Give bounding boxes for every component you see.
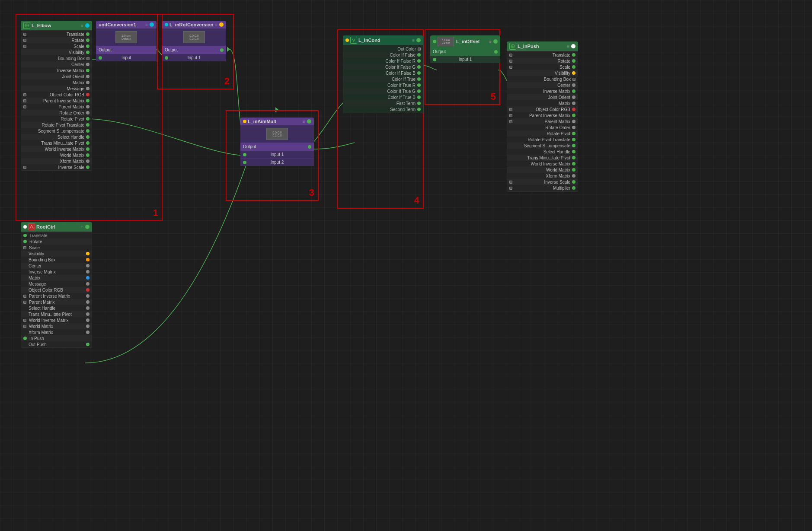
- port-jo[interactable]: [86, 75, 90, 78]
- aim-in-port[interactable]: [243, 120, 246, 123]
- root-port-vis[interactable]: [86, 252, 90, 255]
- port-cif[interactable]: [417, 53, 421, 57]
- push-port-xm[interactable]: [572, 174, 575, 178]
- port-msg[interactable]: [86, 87, 90, 90]
- rot-output-dot[interactable]: [220, 48, 224, 52]
- root-port-pi-out[interactable]: [86, 294, 90, 298]
- port-citg[interactable]: [417, 89, 421, 93]
- push-port-mult-out[interactable]: [572, 186, 575, 190]
- cond-out-port[interactable]: [416, 38, 421, 42]
- port-xm[interactable]: [86, 159, 90, 163]
- unit-out-port[interactable]: [150, 22, 154, 27]
- push-port-wm[interactable]: [572, 168, 575, 172]
- port-cit[interactable]: [417, 77, 421, 81]
- port-pm-out[interactable]: [86, 105, 90, 108]
- node-l-in-rot[interactable]: L_inRotConversion ≡ 0.0 0.00.2 0.0 Outpu…: [162, 21, 226, 61]
- port-rp[interactable]: [86, 117, 90, 121]
- menu-icon-push[interactable]: ≡: [567, 44, 569, 49]
- port-tm[interactable]: [86, 141, 90, 145]
- root-port-oc[interactable]: [86, 288, 90, 292]
- node-l-in-cond[interactable]: L_inCond ≡ Out Color Color If False Colo…: [343, 35, 423, 113]
- port-wim[interactable]: [86, 147, 90, 151]
- push-port-mult-in[interactable]: [509, 187, 512, 190]
- rot-out-port[interactable]: [219, 22, 224, 27]
- port-seg[interactable]: [86, 129, 90, 133]
- root-port-wim-out[interactable]: [86, 318, 90, 322]
- menu-icon-unit[interactable]: ≡: [145, 22, 148, 27]
- port-scale-out[interactable]: [86, 45, 90, 48]
- port-translate-out[interactable]: [86, 32, 90, 36]
- root-in-port[interactable]: [23, 225, 27, 229]
- root-port-out-push[interactable]: [86, 343, 90, 346]
- push-port-s-out[interactable]: [572, 65, 575, 69]
- port-cifr[interactable]: [417, 59, 421, 63]
- output-port[interactable]: [85, 23, 90, 28]
- port-vis-out[interactable]: [86, 51, 90, 54]
- node-root-ctrl[interactable]: RootCtrl ≡ Translate Rotate Scale Visibi…: [21, 222, 92, 348]
- port-first-term[interactable]: [417, 102, 421, 105]
- port-sh[interactable]: [86, 135, 90, 139]
- root-port-matrix[interactable]: [86, 276, 90, 280]
- push-port-vis[interactable]: [572, 71, 575, 75]
- offset-input-dot[interactable]: [433, 58, 436, 61]
- root-out-port[interactable]: [85, 225, 90, 229]
- aim-input1-dot[interactable]: [243, 153, 246, 156]
- port-scale-in[interactable]: [23, 45, 26, 48]
- menu-icon[interactable]: ≡: [81, 23, 83, 28]
- node-l-in-push[interactable]: L_inPush ≡ Translate Rotate Scale Visibi…: [507, 41, 578, 192]
- push-port-bb[interactable]: [572, 78, 575, 81]
- port-rotate-out[interactable]: [86, 38, 90, 42]
- push-port-matrix[interactable]: [572, 102, 575, 105]
- port-inv-matrix[interactable]: [86, 69, 90, 72]
- push-port-r-in[interactable]: [509, 60, 512, 63]
- root-port-r-out[interactable]: [23, 240, 27, 243]
- push-port-pm-out[interactable]: [572, 120, 575, 123]
- push-port-r-out[interactable]: [572, 59, 575, 63]
- push-port-oc-out[interactable]: [572, 108, 575, 111]
- port-bb[interactable]: [86, 57, 90, 60]
- port-translate-in[interactable]: [23, 33, 26, 36]
- root-port-xm[interactable]: [86, 331, 90, 334]
- port-cifb[interactable]: [417, 71, 421, 75]
- push-port-pm-in[interactable]: [509, 120, 512, 123]
- node-l-elbow[interactable]: L_Elbow ≡ Translate Rotate Scale Visibil…: [21, 21, 92, 171]
- root-port-sh[interactable]: [86, 306, 90, 310]
- push-port-t-in[interactable]: [509, 54, 512, 57]
- push-port-im[interactable]: [572, 89, 575, 93]
- offset-in-port[interactable]: [433, 40, 436, 43]
- port-objc-out[interactable]: [86, 93, 90, 96]
- port-cifg[interactable]: [417, 65, 421, 69]
- push-port-jo[interactable]: [572, 95, 575, 99]
- rot-input-dot[interactable]: [165, 56, 168, 60]
- cond-in-port[interactable]: [345, 38, 349, 42]
- port-is-out[interactable]: [86, 165, 90, 169]
- node-l-in-offset[interactable]: 0.0 0.00.2 0.0 L_inOffset ≡ Output Input…: [430, 35, 500, 63]
- port-second-term[interactable]: [417, 108, 421, 111]
- push-port-pi-out[interactable]: [572, 114, 575, 117]
- menu-icon-rot[interactable]: ≡: [215, 22, 217, 27]
- port-objc-in[interactable]: [23, 93, 26, 96]
- push-port-sh[interactable]: [572, 150, 575, 153]
- root-port-im[interactable]: [86, 270, 90, 273]
- root-port-center[interactable]: [86, 264, 90, 267]
- offset-output-dot[interactable]: [494, 50, 498, 54]
- push-port-rpt[interactable]: [572, 138, 575, 141]
- offset-out-port[interactable]: [493, 39, 498, 44]
- root-port-s-in[interactable]: [23, 246, 26, 249]
- port-center[interactable]: [86, 63, 90, 66]
- root-port-pm-out[interactable]: [86, 300, 90, 304]
- port-ro[interactable]: [86, 111, 90, 114]
- port-citb[interactable]: [417, 95, 421, 99]
- port-rotate-in[interactable]: [23, 39, 26, 42]
- push-port-rp[interactable]: [572, 132, 575, 135]
- port-rpt[interactable]: [86, 123, 90, 127]
- aim-output-dot[interactable]: [308, 145, 311, 149]
- port-matrix[interactable]: [86, 81, 90, 84]
- menu-icon-offset[interactable]: ≡: [489, 39, 492, 44]
- root-port-wm-in[interactable]: [23, 325, 26, 328]
- aim-out-port[interactable]: [307, 119, 311, 124]
- port-is-in[interactable]: [23, 166, 26, 169]
- port-pi-out[interactable]: [86, 99, 90, 102]
- port-pi-in[interactable]: [23, 99, 26, 102]
- port-out-color[interactable]: [418, 48, 421, 51]
